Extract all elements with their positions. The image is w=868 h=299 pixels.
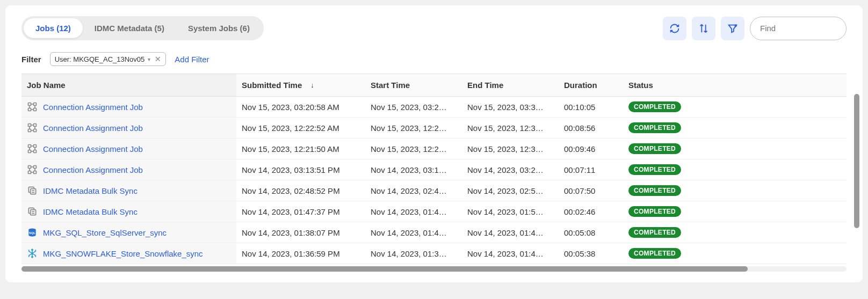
clear-filter-button[interactable]	[721, 17, 744, 40]
cell-status: COMPLETED	[623, 222, 741, 243]
top-actions	[663, 17, 847, 40]
vertical-scrollbar[interactable]	[854, 94, 859, 228]
sort-updown-icon	[698, 23, 710, 34]
cell-duration: 00:02:46	[559, 202, 623, 221]
cell-job-name: MKG_SNOWFLAKE_Store_Snowflake_sync	[21, 243, 236, 264]
table-row: IDMC Metadata Bulk SyncNov 14, 2023, 01:…	[21, 201, 847, 222]
sort-desc-icon: ↓	[310, 81, 314, 89]
job-type-icon	[27, 164, 38, 175]
cell-status: COMPLETED	[623, 180, 741, 201]
col-header-submitted-label: Submitted Time	[242, 81, 302, 90]
cell-duration: 00:08:56	[559, 119, 623, 137]
col-header-status[interactable]: Status	[623, 74, 741, 96]
status-badge: COMPLETED	[628, 143, 681, 154]
col-header-start-time[interactable]: Start Time	[365, 74, 462, 96]
refresh-button[interactable]	[663, 17, 686, 40]
job-type-icon	[27, 185, 38, 196]
add-filter-link[interactable]: Add Filter	[175, 55, 209, 64]
table-body: Connection Assignment JobNov 15, 2023, 0…	[21, 97, 847, 264]
cell-submitted-time: Nov 14, 2023, 02:48:52 PM	[236, 181, 365, 200]
filter-chip-user[interactable]: User: MKGQE_AC_13Nov05 ▾ ✕	[50, 52, 167, 66]
table-row: Connection Assignment JobNov 15, 2023, 0…	[21, 97, 847, 118]
status-badge: COMPLETED	[628, 206, 681, 217]
table-header: Job Name Submitted Time ↓ Start Time End…	[21, 74, 847, 97]
job-name-link[interactable]: MKG_SQL_Store_SqlServer_sync	[43, 228, 167, 237]
svg-rect-10	[28, 150, 31, 153]
job-name-link[interactable]: Connection Assignment Job	[43, 165, 143, 174]
svg-rect-9	[34, 145, 37, 148]
cell-duration: 00:05:08	[559, 223, 623, 242]
cell-end-time: Nov 15, 2023, 12:3…	[462, 119, 559, 137]
col-header-end-time[interactable]: End Time	[462, 74, 559, 96]
cell-job-name: IDMC Metadata Bulk Sync	[21, 201, 236, 222]
col-header-submitted-time[interactable]: Submitted Time ↓	[236, 74, 365, 96]
cell-submitted-time: Nov 15, 2023, 03:20:58 AM	[236, 98, 365, 116]
job-type-icon	[27, 143, 38, 154]
horizontal-scrollbar[interactable]	[21, 266, 847, 272]
chevron-down-icon: ▾	[148, 56, 150, 62]
svg-rect-15	[34, 171, 37, 174]
status-badge: COMPLETED	[628, 122, 681, 133]
jobs-panel: Jobs (12) IDMC Metadata (5) System Jobs …	[5, 5, 863, 282]
cell-start-time: Nov 14, 2023, 01:3…	[365, 244, 462, 263]
cell-job-name: Connection Assignment Job	[21, 138, 236, 159]
col-header-job-name[interactable]: Job Name	[21, 74, 236, 96]
svg-rect-17	[31, 210, 36, 215]
job-type-icon: SQL	[27, 227, 38, 238]
filter-row: Filter User: MKGQE_AC_13Nov05 ▾ ✕ Add Fi…	[21, 52, 847, 66]
top-bar: Jobs (12) IDMC Metadata (5) System Jobs …	[21, 16, 847, 40]
job-name-link[interactable]: Connection Assignment Job	[43, 123, 143, 133]
job-name-link[interactable]: Connection Assignment Job	[43, 103, 143, 112]
cell-start-time: Nov 15, 2023, 12:2…	[365, 140, 462, 158]
cell-end-time: Nov 15, 2023, 12:3…	[462, 140, 559, 158]
cell-job-name: Connection Assignment Job	[21, 97, 236, 117]
cell-start-time: Nov 14, 2023, 03:1…	[365, 161, 462, 179]
cell-end-time: Nov 15, 2023, 03:3…	[462, 98, 559, 116]
cell-job-name: IDMC Metadata Bulk Sync	[21, 180, 236, 201]
cell-start-time: Nov 15, 2023, 03:2…	[365, 98, 462, 116]
cell-status: COMPLETED	[623, 243, 741, 264]
cell-job-name: Connection Assignment Job	[21, 159, 236, 180]
cell-submitted-time: Nov 15, 2023, 12:22:52 AM	[236, 119, 365, 137]
job-name-link[interactable]: IDMC Metadata Bulk Sync	[43, 186, 138, 195]
svg-rect-4	[28, 124, 31, 127]
svg-rect-12	[28, 166, 31, 169]
tabs: Jobs (12) IDMC Metadata (5) System Jobs …	[21, 16, 264, 40]
filter-chip-remove[interactable]: ✕	[154, 55, 161, 63]
sort-button[interactable]	[692, 17, 715, 40]
cell-end-time: Nov 14, 2023, 03:2…	[462, 161, 559, 179]
job-type-icon	[27, 101, 38, 112]
jobs-table: Job Name Submitted Time ↓ Start Time End…	[21, 74, 847, 264]
cell-duration: 00:07:11	[559, 161, 623, 179]
cell-duration: 00:09:46	[559, 140, 623, 158]
tab-idmc-metadata[interactable]: IDMC Metadata (5)	[83, 18, 176, 38]
cell-duration: 00:10:05	[559, 98, 623, 116]
cell-end-time: Nov 14, 2023, 01:5…	[462, 202, 559, 221]
cell-start-time: Nov 14, 2023, 01:4…	[365, 202, 462, 221]
tab-system-jobs[interactable]: System Jobs (6)	[176, 18, 262, 38]
filter-clear-icon	[727, 23, 739, 34]
tab-jobs[interactable]: Jobs (12)	[24, 18, 83, 38]
svg-rect-3	[34, 108, 37, 111]
find-input[interactable]	[750, 17, 847, 40]
svg-rect-13	[34, 166, 37, 169]
cell-status: COMPLETED	[623, 118, 741, 138]
svg-rect-2	[28, 108, 31, 111]
cell-end-time: Nov 14, 2023, 02:5…	[462, 181, 559, 200]
cell-job-name: SQLMKG_SQL_Store_SqlServer_sync	[21, 222, 236, 243]
job-name-link[interactable]: MKG_SNOWFLAKE_Store_Snowflake_sync	[43, 249, 203, 258]
job-name-link[interactable]: IDMC Metadata Bulk Sync	[43, 207, 138, 216]
horizontal-scrollbar-thumb[interactable]	[21, 266, 748, 272]
cell-submitted-time: Nov 15, 2023, 12:21:50 AM	[236, 140, 365, 158]
cell-start-time: Nov 14, 2023, 01:4…	[365, 223, 462, 242]
job-type-icon	[27, 206, 38, 217]
cell-status: COMPLETED	[623, 201, 741, 222]
job-name-link[interactable]: Connection Assignment Job	[43, 144, 143, 154]
cell-start-time: Nov 14, 2023, 02:4…	[365, 181, 462, 200]
svg-rect-8	[28, 145, 31, 148]
col-header-duration[interactable]: Duration	[559, 74, 623, 96]
cell-status: COMPLETED	[623, 97, 741, 117]
table-row: SQLMKG_SQL_Store_SqlServer_syncNov 14, 2…	[21, 222, 847, 243]
status-badge: COMPLETED	[628, 185, 681, 196]
filter-label: Filter	[21, 55, 41, 64]
